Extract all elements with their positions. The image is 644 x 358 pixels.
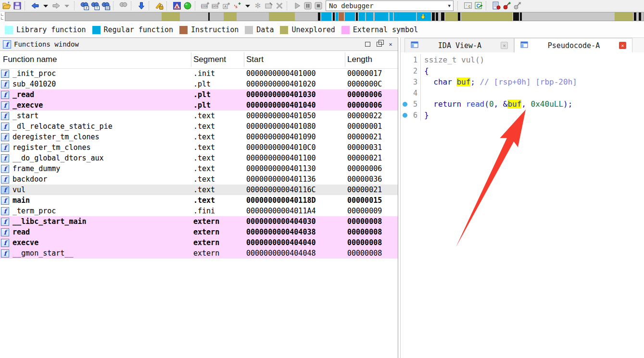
column-divider[interactable] [191, 52, 191, 67]
delete-breakpoint-icon[interactable] [512, 0, 523, 11]
window-close-button[interactable]: ✕ [386, 40, 395, 48]
toolbar-separator [287, 1, 290, 10]
tab-ida-view-a[interactable]: IDA View-A✕ [404, 38, 514, 52]
search-next-icon[interactable] [118, 0, 129, 11]
search-immediate-icon[interactable]: # [79, 0, 90, 11]
search-binary-icon[interactable]: 101 [101, 0, 111, 11]
navigate-forward-icon[interactable] [51, 0, 62, 11]
column-divider[interactable] [244, 52, 244, 67]
legend-label: Regular function [104, 25, 174, 34]
line-number-gutter[interactable]: 3 [401, 76, 421, 87]
function-length: 00000008 [345, 238, 396, 247]
column-divider[interactable] [345, 52, 345, 67]
function-row-frame_dummy[interactable]: fframe_dummy.text00000000004011300000000… [0, 163, 398, 174]
code-line-4[interactable]: 4 [401, 87, 644, 99]
code-line-2[interactable]: 2{ [401, 65, 644, 76]
make-string-icon[interactable]: ’s [232, 0, 242, 11]
debugger-options-icon[interactable] [491, 0, 502, 11]
function-row-register_tm_clones[interactable]: fregister_tm_clones.text00000000004010C0… [0, 142, 398, 153]
stop-process-icon[interactable] [313, 0, 324, 11]
line-number-gutter[interactable]: 6 [401, 110, 421, 121]
function-length: 00000031 [345, 143, 396, 152]
function-start-address: 0000000000401130 [244, 164, 345, 173]
function-row-deregister_tm_clones[interactable]: fderegister_tm_clones.text00000000004010… [0, 132, 398, 142]
column-header-length[interactable]: Length [347, 55, 372, 64]
function-name: _start [13, 111, 191, 120]
start-process-icon[interactable] [292, 0, 303, 11]
function-row-main[interactable]: fmain.text000000000040118D00000015 [0, 195, 398, 206]
make-code-icon[interactable]: CODE [200, 0, 211, 11]
navigate-back-dropdown-icon[interactable] [40, 0, 51, 11]
line-number: 6 [413, 111, 417, 120]
navband-segment [208, 12, 210, 21]
column-header-function-name[interactable]: Function name [3, 55, 57, 64]
function-row-_term_proc[interactable]: f_term_proc.fini00000000004011A400000009 [0, 206, 398, 216]
function-row-__libc_start_main[interactable]: f__libc_start_mainextern0000000000404030… [0, 216, 398, 227]
navigate-back-icon[interactable] [30, 0, 40, 11]
code-line-3[interactable]: 3 char buf; // [rsp+0h] [rbp-20h] [401, 76, 644, 87]
pseudocode-view[interactable]: 1ssize_t vul()2{3 char buf; // [rsp+0h] … [401, 52, 644, 358]
line-number-gutter[interactable]: 4 [401, 87, 421, 99]
code-line-1[interactable]: 1ssize_t vul() [401, 54, 644, 65]
open-file-icon[interactable] [1, 0, 12, 11]
save-file-icon[interactable] [12, 0, 23, 11]
function-row-_init_proc[interactable]: f_init_proc.init000000000040100000000017 [0, 68, 398, 79]
navigation-band[interactable] [5, 12, 644, 21]
function-row-__do_global_dtors_aux[interactable]: f__do_global_dtors_aux.text0000000000401… [0, 153, 398, 163]
line-number-gutter[interactable]: 2 [401, 65, 421, 76]
function-segment: .fini [191, 207, 244, 215]
function-row-read[interactable]: freadextern000000000040403800000008 [0, 227, 398, 237]
function-segment: extern [191, 238, 244, 247]
jump-address-icon[interactable] [136, 0, 147, 11]
code-line-6[interactable]: 6} [401, 110, 644, 121]
delete-function-icon[interactable] [274, 0, 285, 11]
line-number-gutter[interactable]: 1 [401, 54, 421, 65]
open-terminal-icon[interactable]: ‘c [463, 0, 473, 11]
add-breakpoint-icon[interactable] [502, 0, 512, 11]
function-row-_read[interactable]: f_read.plt000000000040103000000006 [0, 89, 398, 100]
column-header-segment[interactable]: Segment [193, 55, 226, 64]
make-name-icon[interactable]: A [221, 0, 232, 11]
undefine-icon[interactable]: ✻ [253, 0, 264, 11]
pause-process-icon[interactable] [303, 0, 313, 11]
database-state-icon[interactable] [182, 0, 193, 11]
snapshot-icon[interactable] [264, 0, 274, 11]
debugger-select[interactable]: No debugger▼ [326, 0, 454, 11]
address-dot[interactable] [403, 113, 407, 118]
function-row-sub_401020[interactable]: fsub_401020.plt00000000004010200000000C [0, 79, 398, 89]
window-maximize-button[interactable] [363, 40, 372, 48]
function-row-_start[interactable]: f_start.text000000000040105000000022 [0, 111, 398, 121]
function-row-execve[interactable]: fexecveextern000000000040404000000008 [0, 237, 398, 248]
navigate-forward-dropdown-icon[interactable] [62, 0, 72, 11]
function-segment: .plt [191, 90, 244, 99]
make-data-icon[interactable]: DATA [211, 0, 221, 11]
problems-icon[interactable]: A [172, 0, 182, 11]
svg-text:‘: ‘ [466, 3, 467, 8]
navband-segment [441, 12, 444, 21]
function-row-vul[interactable]: fvul.text000000000040116C00000021 [0, 185, 398, 195]
navband-segment [436, 12, 438, 21]
line-number-gutter[interactable]: 5 [401, 99, 421, 110]
function-segment: extern [191, 228, 244, 236]
column-header-start[interactable]: Start [246, 55, 264, 64]
function-row-backdoor[interactable]: fbackdoor.text000000000040113600000036 [0, 174, 398, 185]
run-to-cursor-icon[interactable]: C [473, 0, 484, 11]
code-token: ); [563, 99, 572, 109]
tab-close-button[interactable]: ✕ [619, 42, 626, 49]
toolbar-separator [25, 1, 28, 10]
tab-pseudocode-a[interactable]: Pseudocode-A✕ [514, 38, 632, 52]
functions-window-titlebar[interactable]: f Functions window ✕ [0, 38, 398, 51]
code-line-5[interactable]: 5 return read(0, &buf, 0x40uLL); [401, 99, 644, 110]
tab-close-button[interactable]: ✕ [501, 42, 508, 49]
legend-label: Data [256, 25, 274, 34]
highlight-lock-icon[interactable] [154, 0, 164, 11]
search-text-icon[interactable]: T [90, 0, 101, 11]
address-dot[interactable] [403, 102, 407, 107]
function-row-_execve[interactable]: f_execve.plt000000000040104000000006 [0, 100, 398, 111]
functions-table-header[interactable]: Function nameSegmentStartLength [0, 51, 398, 69]
window-float-button[interactable] [375, 40, 383, 48]
function-row-_dl_relocate_static_pie[interactable]: f_dl_relocate_static_pie.text00000000004… [0, 121, 398, 132]
make-string-dropdown-icon[interactable] [242, 0, 253, 11]
function-name: __do_global_dtors_aux [13, 154, 191, 162]
function-row-__gmon_start__[interactable]: f__gmon_start__extern0000000000404048000… [0, 248, 398, 259]
